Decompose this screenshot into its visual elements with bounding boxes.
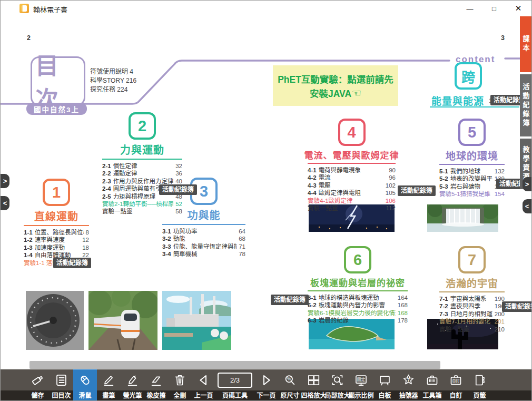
toc-row[interactable]: 3-1功與功率64 xyxy=(162,228,245,235)
toc-row[interactable]: 6-2板塊運動與內營力的影響168 xyxy=(308,301,408,309)
toolbox-button[interactable]: 工具箱 xyxy=(420,369,444,401)
window-title: 翰林電子書 xyxy=(33,4,67,14)
minimize-button[interactable]: — xyxy=(458,1,482,16)
activity-badge-ch6[interactable]: 活動紀錄簿 xyxy=(271,295,309,305)
toc-row[interactable]: 4-2電流96 xyxy=(308,174,396,181)
chapter-title[interactable]: 電流、電壓與歐姆定律 xyxy=(304,148,399,161)
eraser-tool-button[interactable]: 橡皮擦 xyxy=(144,369,168,401)
whiteboard-button[interactable]: 白板 xyxy=(373,369,397,401)
usb-save-icon xyxy=(31,373,45,387)
app-icon xyxy=(19,4,29,13)
front-link[interactable]: 探究任務 224 xyxy=(90,85,136,94)
divider xyxy=(308,290,408,291)
toc-row[interactable]: 4-1電荷與靜電現象90 xyxy=(308,167,396,174)
tab-activity-book[interactable]: 活動紀錄簿 xyxy=(520,74,531,136)
monitor-fixed-icon: 固定 xyxy=(354,373,368,387)
toc-row[interactable]: 5-1我們的地球132 xyxy=(439,168,505,175)
chapter-title[interactable]: 板塊運動與岩層的祕密 xyxy=(310,276,405,289)
highlighter-icon xyxy=(125,373,140,387)
toc-row[interactable]: 3-2動能68 xyxy=(162,235,245,242)
toc-row[interactable]: 3-3位能、能量守恆定律與能源71 xyxy=(162,243,245,250)
tab-textbook[interactable]: 課本 xyxy=(520,16,531,72)
partial-zoom-button[interactable]: 局部放大 xyxy=(326,369,349,401)
toc-row[interactable]: 7-1宇宙與太陽系190 xyxy=(439,295,505,302)
page-number-tool[interactable]: 2/3 頁碼工具 xyxy=(215,369,254,401)
maximize-button[interactable]: □ xyxy=(482,1,506,16)
toc-row[interactable]: 1-2速率與速度12 xyxy=(24,236,89,243)
toc-row[interactable]: 1-3加速度運動18 xyxy=(24,244,89,251)
page-number-left: 2 xyxy=(27,34,31,42)
page-tabs-button[interactable]: 頁籤 xyxy=(468,369,491,401)
front-link[interactable]: 符號使用說明 4 xyxy=(90,67,136,76)
activity-badge-ch1[interactable]: 活動紀錄簿 xyxy=(53,258,91,268)
cross-chapter-title[interactable]: 能量與能源 xyxy=(431,93,484,107)
activity-badge-ch2[interactable]: 活動紀錄簿 xyxy=(159,184,197,195)
toc-row[interactable]: 4-4歐姆定律與電阻105 xyxy=(308,189,396,197)
toc-row[interactable]: 3-4簡單機械78 xyxy=(162,250,245,258)
original-size-button[interactable]: % 原尺寸 xyxy=(278,369,302,401)
horizontal-scrollbar[interactable] xyxy=(29,361,440,369)
toc-row[interactable]: 7-2晝夜與四季196 xyxy=(439,302,505,310)
chapter-title[interactable]: 直線運動 xyxy=(34,208,78,223)
chapter-number-badge: 1 xyxy=(43,179,70,206)
toc-row[interactable]: 實驗一點靈112 xyxy=(308,204,396,212)
close-button[interactable]: ✕ xyxy=(506,1,530,16)
quad-zoom-button[interactable]: 四格放大 xyxy=(302,369,326,401)
back-to-toc-button[interactable]: 回目次 xyxy=(50,369,73,401)
next-page-button[interactable]: 下一頁 xyxy=(254,369,278,401)
left-edge-prev-arrow[interactable]: < xyxy=(1,196,9,210)
svg-text:固定: 固定 xyxy=(357,376,366,382)
save-button[interactable]: 儲存 xyxy=(26,369,50,401)
previous-page-button[interactable]: 上一頁 xyxy=(192,369,215,401)
chapter-number-badge: 5 xyxy=(458,119,486,146)
activity-badge-ch7[interactable]: 活動紀錄簿 xyxy=(502,301,532,312)
chapter-title[interactable]: 地球的環境 xyxy=(446,148,498,162)
display-ratio-button[interactable]: 固定 顯示比例 xyxy=(349,369,373,401)
cross-chapter-heading[interactable]: 能量與能源 118 xyxy=(431,93,498,107)
toc-row-experiment[interactable]: 實驗5-1猜猜我是誰154 xyxy=(439,190,505,198)
toc-row[interactable]: 2-2運動定律36 xyxy=(102,170,182,177)
app-window: 翰林電子書 — □ ✕ content 2 3 目次 國中自然3上 符號使用說明… xyxy=(0,0,532,401)
toc-row-experiment[interactable]: 實驗7-1月相的變化201 xyxy=(439,318,505,325)
toc-row[interactable]: 5-2地表的改變與平衡139 xyxy=(439,175,505,182)
highlighter-tool-button[interactable]: 螢光筆 xyxy=(121,369,144,401)
activity-badge-ch4[interactable]: 活動紀錄簿 xyxy=(398,185,436,196)
toc-row[interactable]: 1-1位置、路徑長與位移8 xyxy=(24,229,89,236)
toc-row[interactable]: 6-1地球的構造與板塊運動164 xyxy=(308,294,408,301)
left-edge-next-arrow[interactable]: > xyxy=(1,174,9,188)
chapter-title[interactable]: 力與運動 xyxy=(120,142,164,157)
area-zoom-icon xyxy=(330,373,344,387)
book-label-ribbon: 國中自然3上 xyxy=(26,103,87,115)
toc-row-experiment[interactable]: 實驗6-1模擬岩層受力後的變化情形168 xyxy=(308,309,408,317)
number-picker-button[interactable]: 7 抽號器 xyxy=(397,369,420,401)
delete-all-button[interactable]: 全刪 xyxy=(168,369,192,401)
chapter-4-block: 4 電流、電壓與歐姆定律 4-1電荷與靜電現象90 4-2電流96 4-3電壓1… xyxy=(308,119,396,212)
svg-text:自訂: 自訂 xyxy=(452,378,460,383)
toc-row[interactable]: 6-3岩層的紀錄178 xyxy=(308,317,408,324)
toc-row-experiment[interactable]: 實驗4-1歐姆定律106 xyxy=(308,197,396,204)
chapter-title[interactable]: 功與能 xyxy=(188,207,221,222)
divider xyxy=(24,225,89,226)
pen-tool-button[interactable]: 畫筆 xyxy=(97,369,121,401)
divider xyxy=(439,291,505,292)
mouse-tool-button[interactable]: 滑鼠 xyxy=(73,369,97,401)
toc-row[interactable]: 4-3電壓102 xyxy=(308,182,396,189)
custom-tools-button[interactable]: 自訂 自訂 xyxy=(444,369,468,401)
chapter-title[interactable]: 浩瀚的宇宙 xyxy=(446,276,498,290)
cross-chapter-badge: 跨 xyxy=(455,62,482,90)
toc-row[interactable]: 2-1慣性定律32 xyxy=(102,162,182,170)
whiteboard-icon xyxy=(378,373,392,387)
toc-row[interactable]: 7-3日地月的相對運動200 xyxy=(439,310,505,318)
chapter-1-block: 1 直線運動 1-1位置、路徑長與位移8 1-2速率與速度12 1-3加速度運動… xyxy=(24,179,89,267)
toc-row[interactable]: 實驗一點靈210 xyxy=(439,326,505,333)
toc-row[interactable]: 5-3岩石與礦物149 xyxy=(439,183,505,190)
chapter-5-block: 5 地球的環境 5-1我們的地球132 5-2地表的改變與平衡139 5-3岩石… xyxy=(439,119,505,198)
front-matter-links: 符號使用說明 4 科學STORY 216 探究任務 224 xyxy=(90,67,136,94)
photo-speedometer xyxy=(26,291,84,350)
page-indicator-box[interactable]: 2/3 xyxy=(218,373,252,388)
page-tabs-icon xyxy=(472,373,487,387)
right-edge-prev-arrow[interactable]: < xyxy=(523,199,531,213)
front-link[interactable]: 科學STORY 216 xyxy=(90,76,136,85)
chapter-6-block: 6 板塊運動與岩層的祕密 6-1地球的構造與板塊運動164 6-2板塊運動與內營… xyxy=(308,246,408,325)
right-edge-next-arrow[interactable]: > xyxy=(523,177,531,191)
